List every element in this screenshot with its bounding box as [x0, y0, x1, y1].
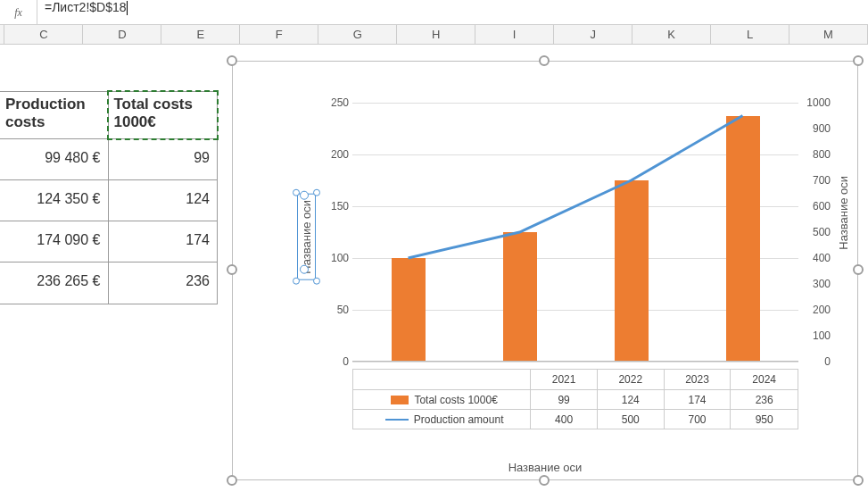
resize-handle-icon[interactable] [539, 55, 550, 66]
resize-handle-icon[interactable] [227, 264, 237, 275]
datatable-category: 2021 [531, 370, 598, 389]
element-handle-icon[interactable] [293, 189, 300, 196]
legend-entry[interactable]: Total costs 1000€ [353, 390, 531, 409]
table-row: 236 265 € 236 [0, 262, 217, 304]
col-header[interactable]: J [554, 25, 632, 44]
datatable-empty-cell [353, 370, 531, 389]
datatable-category: 2024 [731, 370, 798, 389]
datatable-value: 500 [598, 410, 665, 429]
col-header[interactable]: D [83, 25, 161, 44]
cell[interactable]: 99 480 € [0, 139, 109, 179]
formula-text: =Лист2!$D$18 [45, 0, 127, 14]
table-row: 99 480 € 99 [0, 139, 217, 180]
table-row: 124 350 € 124 [0, 180, 217, 221]
swatch-line-icon [385, 419, 409, 421]
cell[interactable]: 174 [109, 221, 218, 262]
cell[interactable]: 174 090 € [0, 221, 109, 262]
column-headers: C D E F G H I J K L M [0, 25, 868, 45]
datatable-row: Total costs 1000€ 99 124 174 236 [353, 389, 798, 409]
swatch-bar-icon [391, 396, 409, 404]
plot-area[interactable] [352, 103, 798, 362]
line-series[interactable] [352, 103, 798, 362]
y2-tick-label: 700 [804, 174, 831, 187]
y2-tick-label: 1000 [804, 96, 831, 109]
resize-handle-icon[interactable] [227, 55, 237, 66]
text-caret [127, 1, 128, 15]
resize-handle-icon[interactable] [853, 55, 864, 66]
y2-tick-label: 200 [804, 304, 831, 316]
axis-title-x[interactable]: Название оси [233, 461, 857, 474]
datatable-value: 700 [665, 410, 732, 429]
legend-entry[interactable]: Production amount [353, 410, 531, 429]
col-header[interactable]: F [240, 25, 318, 44]
y2-tick-label: 400 [804, 252, 831, 264]
datatable-value: 950 [731, 410, 798, 429]
cell[interactable]: 236 [109, 262, 218, 304]
datatable-category: 2022 [598, 370, 665, 389]
element-handle-icon[interactable] [313, 189, 320, 196]
table-row: 174 090 € 174 [0, 221, 217, 262]
col-header[interactable]: H [397, 25, 475, 44]
header-text: Total costs 1000€ [114, 96, 193, 130]
col-header[interactable]: K [632, 25, 711, 44]
cell[interactable]: 124 350 € [0, 180, 109, 221]
y2-tick-label: 300 [804, 278, 831, 290]
datatable-value: 124 [598, 390, 665, 409]
col-header[interactable]: L [711, 25, 789, 44]
y2-tick-label: 500 [804, 226, 831, 238]
resize-handle-icon[interactable] [853, 264, 864, 275]
formula-bar: fx =Лист2!$D$18 [0, 0, 868, 25]
y-tick-label: 0 [324, 355, 349, 368]
legend-label: Production amount [414, 413, 504, 426]
y2-tick-label: 900 [804, 122, 831, 135]
resize-handle-icon[interactable] [227, 475, 237, 486]
y2-tick-label: 0 [804, 355, 831, 368]
datatable-value: 400 [531, 410, 598, 429]
axis-title-text: Название оси [300, 200, 313, 274]
fx-icon[interactable]: fx [0, 0, 37, 24]
resize-handle-icon[interactable] [853, 475, 864, 486]
formula-input[interactable]: =Лист2!$D$18 [37, 0, 868, 24]
element-handle-icon[interactable] [313, 278, 320, 285]
table-header-cell-selected[interactable]: Total costs 1000€ [109, 92, 218, 138]
col-header[interactable]: E [161, 25, 240, 44]
chart-datatable: 2021 2022 2023 2024 Total costs 1000€ 99… [352, 369, 798, 429]
datatable-category: 2023 [665, 370, 732, 389]
y2-tick-label: 600 [804, 200, 831, 212]
grid-line [352, 362, 798, 362]
element-handle-icon[interactable] [293, 278, 300, 285]
col-header[interactable]: M [789, 25, 868, 44]
cell[interactable]: 236 265 € [0, 262, 109, 304]
y-tick-label: 50 [324, 304, 349, 316]
y-tick-label: 200 [324, 148, 349, 161]
resize-handle-icon[interactable] [539, 475, 550, 486]
datatable-row: Production amount 400 500 700 950 [353, 409, 798, 429]
sheet-area[interactable]: Production costs Total costs 1000€ 99 48… [0, 45, 868, 500]
datatable-value: 99 [531, 390, 598, 409]
y2-tick-label: 800 [804, 148, 831, 161]
table-header-cell[interactable]: Production costs [0, 92, 109, 138]
col-header[interactable]: I [475, 25, 554, 44]
datatable-header-row: 2021 2022 2023 2024 [353, 370, 798, 389]
legend-label: Total costs 1000€ [414, 394, 497, 406]
axis-title-y[interactable]: Название оси [297, 194, 316, 280]
y2-tick-label: 100 [804, 329, 831, 342]
chart-object[interactable]: Название оси Название оси 2021 2022 2023… [232, 61, 858, 480]
datatable-value: 236 [731, 390, 798, 409]
col-header[interactable]: C [4, 25, 83, 44]
y-tick-label: 150 [324, 200, 349, 212]
col-header[interactable]: G [318, 25, 397, 44]
cell[interactable]: 99 [109, 139, 218, 179]
axis-title-y2[interactable]: Название оси [837, 176, 850, 250]
y-tick-label: 250 [324, 96, 349, 109]
cell[interactable]: 124 [109, 180, 218, 221]
table-header-row: Production costs Total costs 1000€ [0, 92, 217, 139]
y-tick-label: 100 [324, 252, 349, 264]
datatable-value: 174 [665, 390, 732, 409]
data-table: Production costs Total costs 1000€ 99 48… [0, 91, 218, 304]
